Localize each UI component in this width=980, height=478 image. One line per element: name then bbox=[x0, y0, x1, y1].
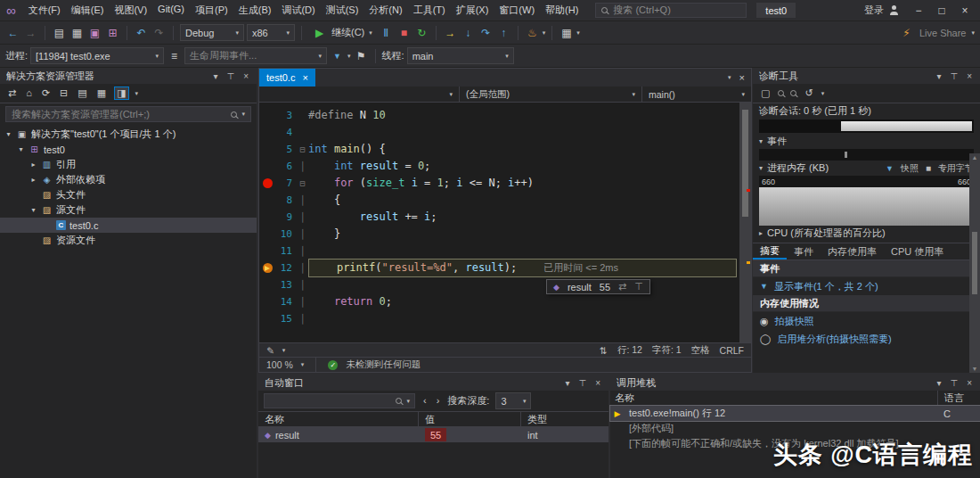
redo-icon[interactable]: ↷ bbox=[151, 24, 167, 41]
close-button[interactable]: × bbox=[953, 3, 976, 19]
home-icon[interactable]: ⌂ bbox=[24, 87, 34, 99]
code-line[interactable]: 9│ result += i; bbox=[259, 209, 751, 226]
spaces-indicator[interactable]: 空格 bbox=[691, 344, 710, 357]
document-tab[interactable]: test0.c × bbox=[259, 69, 315, 87]
chevron-down-icon[interactable]: ▾ bbox=[935, 71, 943, 81]
preview-selected-items-icon[interactable]: ◨ bbox=[114, 87, 128, 100]
code-line[interactable]: 8│ { bbox=[259, 192, 751, 209]
show-all-files-icon[interactable]: ▤ bbox=[76, 87, 88, 99]
save-icon[interactable]: ▣ bbox=[87, 24, 102, 41]
chevron-down-icon[interactable]: ▾ bbox=[543, 29, 546, 37]
fold-marker[interactable]: │ bbox=[297, 192, 308, 209]
expander-icon[interactable]: ▾ bbox=[29, 206, 37, 214]
memory-section-header[interactable]: ▾ 进程内存 (KB) ▼ 快照 ■ 专用字节 bbox=[753, 161, 980, 175]
code-editor[interactable]: 3#define N 1045⊟int main() {6│ int resul… bbox=[259, 103, 751, 342]
expander-icon[interactable]: ▾ bbox=[17, 145, 25, 153]
tree-item[interactable]: ▸ ◈ 外部依赖项 bbox=[0, 172, 257, 187]
menu-item[interactable]: 测试(S) bbox=[321, 1, 364, 20]
chevron-down-icon[interactable]: ▾ bbox=[563, 378, 571, 388]
expander-icon[interactable]: ▸ bbox=[29, 176, 37, 184]
diagnostics-tab[interactable]: 内存使用率 bbox=[821, 243, 884, 260]
session-timeline[interactable] bbox=[759, 120, 974, 133]
chevron-down-icon[interactable]: ▾ bbox=[135, 90, 139, 97]
live-share-icon[interactable]: ⚡ bbox=[899, 24, 914, 41]
refresh-icon[interactable]: ⟳ bbox=[40, 87, 52, 99]
watch-search-input[interactable]: ▾ bbox=[264, 393, 415, 408]
code-line[interactable]: 7⊟ for (size_t i = 1; i <= N; i++) bbox=[259, 175, 751, 192]
fold-marker[interactable]: │ bbox=[297, 209, 308, 226]
pin-icon[interactable]: ⊤ bbox=[948, 71, 960, 81]
fold-marker[interactable]: │ bbox=[297, 243, 308, 260]
pin-icon[interactable]: ⊤ bbox=[634, 281, 643, 293]
column-header-value[interactable]: 值 bbox=[419, 412, 521, 426]
process-dropdown[interactable]: [11984] test0.exe▾ bbox=[30, 47, 164, 64]
chevron-down-icon[interactable]: ▾ bbox=[971, 29, 975, 37]
code-line[interactable]: 12│ printf("result=%d", result);已用时间 <= … bbox=[259, 260, 751, 276]
scroll-up-icon[interactable]: ▲ bbox=[972, 154, 978, 161]
member-dropdown[interactable]: main()▾ bbox=[642, 87, 751, 102]
scroll-down-icon[interactable]: ▼ bbox=[972, 366, 978, 372]
chevron-down-icon[interactable]: ▾ bbox=[282, 347, 286, 354]
select-tool-icon[interactable]: ▢ bbox=[759, 87, 772, 99]
collapse-all-icon[interactable]: ⊟ bbox=[58, 87, 69, 99]
code-line[interactable]: 13│ bbox=[259, 276, 751, 293]
chevron-down-icon[interactable]: ▾ bbox=[728, 74, 731, 81]
search-depth-dropdown[interactable]: 3▾ bbox=[495, 392, 531, 409]
diagnostics-tab[interactable]: 事件 bbox=[787, 243, 821, 260]
column-indicator[interactable]: 字符: 1 bbox=[652, 344, 682, 357]
expander-icon[interactable]: ▾ bbox=[4, 130, 12, 138]
stack-frame-row[interactable]: [外部代码] bbox=[610, 421, 980, 436]
solution-platform-dropdown[interactable]: x86▾ bbox=[247, 24, 295, 41]
editor-group-close-icon[interactable]: × bbox=[739, 72, 745, 83]
switch-views-icon[interactable]: ⇄ bbox=[6, 87, 18, 99]
menu-item[interactable]: 视图(V) bbox=[109, 1, 152, 20]
hot-reload-icon[interactable]: ♨ bbox=[525, 24, 540, 41]
chevron-down-icon[interactable]: ▾ bbox=[211, 71, 219, 81]
menu-item[interactable]: Git(G) bbox=[152, 1, 190, 20]
close-icon[interactable]: × bbox=[965, 71, 974, 81]
zoom-out-icon[interactable] bbox=[790, 90, 796, 96]
code-line[interactable]: 5⊟int main() { bbox=[259, 141, 751, 158]
diagnostics-tab[interactable]: 摘要 bbox=[753, 243, 787, 260]
fold-marker[interactable]: │ bbox=[297, 260, 308, 276]
continue-button[interactable]: ▶ 继续(C) ▾ bbox=[308, 24, 376, 41]
tree-item[interactable]: ▾ ▣ 解决方案"test0"(1 个项目/共 1 个) bbox=[0, 127, 257, 142]
debugger-data-tip[interactable]: ◆ result 55 ⇄ ⊤ bbox=[546, 279, 650, 294]
fold-marker[interactable]: │ bbox=[297, 276, 308, 293]
current-statement-icon[interactable] bbox=[259, 263, 275, 273]
maximize-button[interactable]: □ bbox=[930, 3, 953, 19]
events-section-header[interactable]: ▾ 事件 bbox=[753, 135, 980, 148]
memory-graph[interactable]: 660 660 bbox=[759, 176, 974, 226]
properties-icon[interactable]: ▦ bbox=[95, 87, 108, 99]
save-all-icon[interactable]: ⊞ bbox=[105, 24, 120, 41]
chevron-down-icon[interactable]: ▾ bbox=[347, 53, 351, 60]
flag-icon[interactable]: ⚑ bbox=[354, 47, 369, 64]
fold-marker[interactable]: ⊟ bbox=[297, 141, 308, 158]
events-track[interactable] bbox=[759, 149, 974, 161]
section-expander-icon[interactable]: ▸ bbox=[759, 229, 763, 237]
pin-icon[interactable]: ⊤ bbox=[225, 71, 236, 81]
open-file-icon[interactable]: ▦ bbox=[69, 24, 85, 41]
code-line[interactable]: 15│ bbox=[259, 310, 751, 327]
show-events-link-row[interactable]: ▼ 显示事件(1 个，共 2 个) bbox=[753, 277, 980, 295]
chevron-down-icon[interactable]: ▾ bbox=[301, 361, 305, 368]
breakpoint-icon[interactable] bbox=[259, 178, 275, 188]
previous-match-icon[interactable]: ‹ bbox=[421, 395, 429, 407]
thread-view-icon[interactable]: ≡ bbox=[167, 47, 182, 64]
zoom-level[interactable]: 100 % bbox=[266, 359, 293, 370]
stack-frame-row[interactable]: ▶ test0.exe!main() 行 12 C bbox=[610, 406, 980, 421]
break-all-icon[interactable]: Ⅱ bbox=[379, 24, 394, 41]
solution-configuration-dropdown[interactable]: Debug▾ bbox=[180, 24, 244, 41]
live-share-label[interactable]: Live Share bbox=[919, 28, 967, 38]
filter-icon[interactable]: ▼ bbox=[330, 47, 345, 64]
menu-item[interactable]: 窗口(W) bbox=[494, 1, 540, 20]
pin-icon[interactable]: ⊤ bbox=[576, 378, 588, 388]
tree-item[interactable]: ▸ ▥ 引用 bbox=[0, 157, 257, 172]
section-expander-icon[interactable]: ▾ bbox=[759, 137, 763, 145]
restart-icon[interactable]: ↻ bbox=[414, 24, 429, 41]
step-over-icon[interactable]: ↷ bbox=[478, 24, 494, 41]
undo-icon[interactable]: ↶ bbox=[134, 24, 149, 41]
navigate-back-icon[interactable]: ← bbox=[5, 24, 20, 41]
diagnostics-tab[interactable]: CPU 使用率 bbox=[884, 243, 951, 260]
expander-icon[interactable]: ▸ bbox=[29, 161, 37, 169]
